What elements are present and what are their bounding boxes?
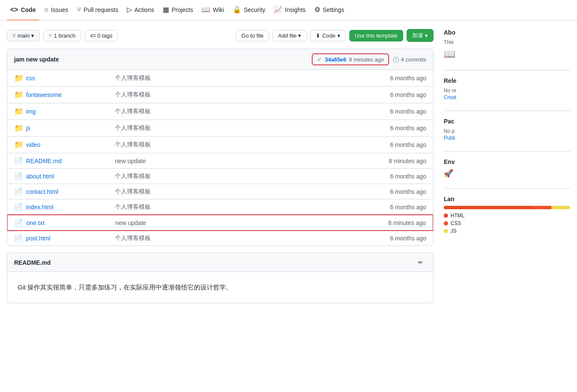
file-row-img: 📁img个人博客模板6 months ago xyxy=(7,103,433,120)
sidebar-packages-title: Pac xyxy=(444,118,570,125)
top-nav: <> Code ○ Issues ⑂ Pull requests ▷ Actio… xyxy=(0,0,577,20)
file-time-css: 6 months ago xyxy=(390,75,426,82)
commits-count: 4 commits xyxy=(401,56,426,63)
code-chevron: ▾ xyxy=(337,32,340,39)
nav-wiki[interactable]: 📖 Wiki xyxy=(198,0,227,20)
commit-hash-link[interactable]: 34a65e6 xyxy=(325,56,346,63)
nav-actions-label: Actions xyxy=(135,6,154,13)
nav-security[interactable]: 🔒 Security xyxy=(229,0,269,20)
file-row-video: 📁video个人博客模板6 months ago xyxy=(7,137,433,153)
sidebar-languages: Lan HTMLCSSJS xyxy=(444,196,570,234)
file-link-video[interactable]: video xyxy=(26,141,40,148)
lang-segment-js xyxy=(551,206,570,209)
jiasu-label: 加速 xyxy=(412,32,423,39)
file-time-about: 6 months ago xyxy=(390,173,426,180)
branch-icon: ⑂ xyxy=(12,32,16,39)
file-link-img[interactable]: img xyxy=(26,108,36,115)
lang-name-html: HTML xyxy=(451,213,465,219)
file-link-onetxt[interactable]: one.txt xyxy=(26,219,44,226)
add-file-button[interactable]: Add file ▾ xyxy=(272,30,307,41)
commit-time: 8 minutes ago xyxy=(349,56,384,63)
sidebar-packages-link[interactable]: Publi xyxy=(444,135,455,141)
file-row-index: 📄index.html个人博客模板6 months ago xyxy=(7,199,433,215)
file-row-css: 📁css个人博客模板6 months ago xyxy=(7,70,433,87)
nav-insights[interactable]: 📈 Insights xyxy=(270,0,309,20)
sidebar-divider-3 xyxy=(444,151,570,152)
file-link-fontawesome[interactable]: fontawesome xyxy=(26,91,62,98)
check-icon: ✓ xyxy=(317,56,322,63)
file-time-index: 6 months ago xyxy=(390,204,426,211)
nav-code[interactable]: <> Code xyxy=(7,0,39,20)
branches-link[interactable]: ⑂ 1 branch xyxy=(43,30,81,41)
commits-link[interactable]: 🕐 4 commits xyxy=(392,56,426,63)
book-icon: 📖 xyxy=(444,49,570,60)
nav-projects[interactable]: ▦ Projects xyxy=(159,0,197,20)
commit-row: jam new update ✓ 34a65e6 8 minutes ago 🕐… xyxy=(7,49,433,70)
file-row-about: 📄about.html个人博客模板6 months ago xyxy=(7,169,433,184)
pencil-icon: ✏ xyxy=(418,259,423,266)
lang-name-js: JS xyxy=(451,228,457,234)
file-row-readme: 📄README.mdnew update8 minutes ago xyxy=(7,153,433,169)
file-link-about[interactable]: about.html xyxy=(26,173,54,180)
go-to-file-label: Go to file xyxy=(241,32,264,39)
file-time-img: 6 months ago xyxy=(390,108,426,115)
actions-icon: ▷ xyxy=(127,6,132,14)
file-link-js[interactable]: js xyxy=(26,125,30,132)
history-icon: 🕐 xyxy=(392,56,399,63)
nav-issues[interactable]: ○ Issues xyxy=(41,0,72,20)
sidebar-about-desc: Thie xyxy=(444,39,570,45)
edit-readme-button[interactable]: ✏ xyxy=(415,257,426,267)
file-link-css[interactable]: css xyxy=(26,75,35,82)
use-template-button[interactable]: Use this template xyxy=(349,30,403,41)
tags-link[interactable]: 🏷 0 tags xyxy=(85,30,118,41)
file-name-onetxt: one.txt xyxy=(26,219,112,226)
sidebar-divider-1 xyxy=(444,70,570,70)
nav-actions[interactable]: ▷ Actions xyxy=(123,0,158,20)
branches-count: 1 branch xyxy=(54,32,76,39)
file-name-js: js xyxy=(26,125,111,132)
nav-pr-label: Pull requests xyxy=(84,6,118,13)
lang-item-js: JS xyxy=(444,228,570,234)
branches-icon: ⑂ xyxy=(49,32,52,39)
go-to-file-button[interactable]: Go to file xyxy=(236,30,269,41)
code-label: Code xyxy=(322,32,335,39)
file-time-fontawesome: 6 months ago xyxy=(390,91,426,98)
file-link-contact[interactable]: contact.html xyxy=(26,188,58,195)
toolbar: ⑂ main ▾ ⑂ 1 branch 🏷 0 tags Go to file … xyxy=(7,29,433,42)
nav-insights-label: Insights xyxy=(285,6,305,13)
file-link-readme[interactable]: README.md xyxy=(26,158,62,164)
branch-label: main xyxy=(18,32,29,39)
file-desc-index: 个人博客模板 xyxy=(115,203,387,211)
file-time-readme: 8 minutes ago xyxy=(389,158,426,164)
file-link-post[interactable]: post.html xyxy=(26,235,50,242)
file-icon: 📄 xyxy=(14,172,23,180)
file-row-js: 📁js个人博客模板6 months ago xyxy=(7,120,433,137)
jiasu-button[interactable]: 加速 ▾ xyxy=(407,29,433,42)
readme-title: README.md xyxy=(14,259,51,266)
projects-icon: ▦ xyxy=(163,6,169,14)
security-icon: 🔒 xyxy=(233,6,241,14)
file-desc-js: 个人博客模板 xyxy=(115,124,387,132)
file-icon: 📄 xyxy=(15,219,23,227)
file-name-contact: contact.html xyxy=(26,188,111,195)
file-time-video: 6 months ago xyxy=(390,141,426,148)
code-button[interactable]: ⬇ Code ▾ xyxy=(310,30,346,41)
file-time-post: 6 months ago xyxy=(390,235,426,242)
tag-icon: 🏷 xyxy=(90,32,96,39)
nav-pull-requests[interactable]: ⑂ Pull requests xyxy=(73,0,122,20)
folder-icon: 📁 xyxy=(14,73,23,83)
lang-dot-css xyxy=(444,221,448,225)
lang-dot-js xyxy=(444,229,448,233)
nav-settings[interactable]: ⚙ Settings xyxy=(311,0,348,20)
tags-count: 0 tags xyxy=(97,32,112,39)
branch-selector[interactable]: ⑂ main ▾ xyxy=(7,30,40,41)
file-name-post: post.html xyxy=(26,235,111,242)
sidebar-releases-link[interactable]: Creat xyxy=(444,94,456,100)
commit-info: jam new update xyxy=(14,56,308,63)
wiki-icon: 📖 xyxy=(202,6,210,14)
file-desc-onetxt: new update xyxy=(115,219,385,226)
pr-icon: ⑂ xyxy=(77,6,81,14)
file-desc-readme: new update xyxy=(115,158,385,164)
file-time-onetxt: 8 minutes ago xyxy=(388,219,426,226)
file-link-index[interactable]: index.html xyxy=(26,204,53,211)
